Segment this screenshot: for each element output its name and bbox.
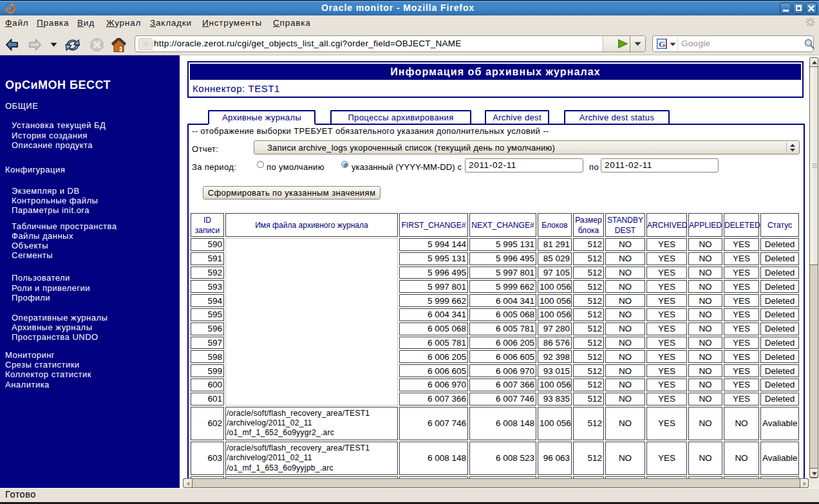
- svg-text:G: G: [659, 39, 666, 49]
